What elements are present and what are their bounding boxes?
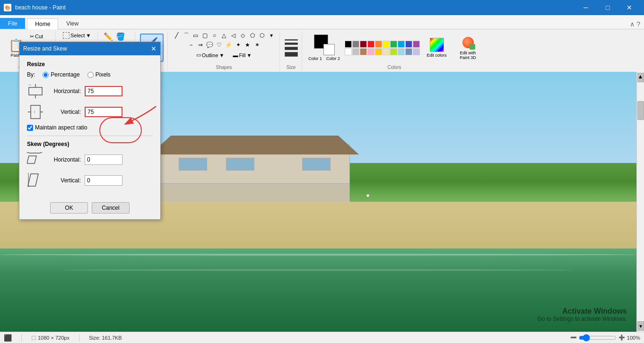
cp-yellow[interactable] [383, 41, 390, 48]
shape-tri[interactable]: △ [220, 31, 228, 40]
shape-roundrect[interactable]: ▢ [201, 31, 209, 40]
scroll-up-btn[interactable]: ▲ [637, 73, 644, 82]
fill-label: Fill [239, 52, 245, 58]
vertical-resize-input[interactable] [85, 107, 122, 117]
shape-star4[interactable]: ✦ [234, 41, 243, 49]
minimize-button[interactable]: ─ [575, 0, 597, 15]
shape-ellipse[interactable]: ○ [210, 31, 219, 40]
pixels-radio[interactable] [87, 72, 94, 78]
shape-more[interactable]: ▾ [267, 31, 276, 40]
horizontal-resize-input[interactable] [85, 86, 122, 96]
tab-home[interactable]: Home [27, 18, 58, 29]
cp-green[interactable] [390, 41, 397, 48]
dialog-close-button[interactable]: ✕ [151, 45, 157, 52]
edit-with-paint3d-button[interactable]: Edit with Paint 3D [454, 34, 482, 61]
edit-colors-button[interactable]: Edit colors [425, 36, 449, 59]
frame-icon: ⬛ [4, 334, 12, 342]
shapes-group: ╱ ⌒ ▭ ▢ ○ △ ◁ ◇ ⬠ ⬡ ▾ → ⇒ 💬 ♡ ⚡ ✦ ★ ✶ [169, 31, 280, 71]
scroll-down-btn[interactable]: ▼ [637, 321, 644, 331]
skew-section-title: Skew (Degrees) [27, 141, 153, 147]
shape-lightning[interactable]: ⚡ [225, 41, 233, 49]
shape-rtri[interactable]: ◁ [229, 31, 238, 40]
shape-arrow1[interactable]: → [187, 41, 195, 49]
svg-rect-0 [29, 87, 42, 95]
cp-pink[interactable] [367, 48, 374, 55]
pencil-tool[interactable]: ✏️ [103, 31, 114, 42]
cp-cream[interactable] [383, 48, 390, 55]
cp-purple[interactable] [413, 41, 420, 48]
percentage-radio[interactable] [43, 72, 49, 78]
by-row: By: Percentage Pixels [27, 71, 153, 78]
zoom-out-btn[interactable]: ➖ [570, 334, 577, 341]
close-button[interactable]: ✕ [618, 0, 640, 15]
skew-vertical-input[interactable] [85, 175, 122, 186]
size-4px[interactable] [285, 52, 298, 57]
size-1px[interactable] [285, 39, 298, 41]
shape-star5[interactable]: ★ [244, 41, 252, 49]
window-title: beach house - Paint [15, 4, 66, 11]
cp-gold[interactable] [375, 48, 382, 55]
cp-red[interactable] [367, 41, 374, 48]
cp-gray[interactable] [352, 41, 359, 48]
cp-ltblue[interactable] [398, 48, 405, 55]
maintain-aspect-label: Maintain aspect ratio [35, 124, 87, 131]
shape-penta[interactable]: ⬠ [248, 31, 257, 40]
skew-horizontal-input[interactable] [85, 154, 122, 165]
ribbon-expand-btn[interactable]: ∧ [630, 20, 635, 28]
shape-arrow2[interactable]: ⇒ [196, 41, 205, 49]
resize-skew-dialog: Resize and Skew ✕ Resize By: Percentage … [19, 42, 161, 220]
size-2px[interactable] [285, 43, 298, 45]
shape-hex[interactable]: ⬡ [258, 31, 266, 40]
colors-group: Color 1 Color 2 [303, 31, 486, 71]
cp-ltgray[interactable] [352, 48, 359, 55]
edit-colors-icon [430, 38, 444, 52]
cp-darkblue[interactable] [405, 41, 412, 48]
vertical-scrollbar[interactable]: ▲ ▼ [636, 72, 644, 332]
vertical-resize-icon: ↕ [27, 103, 44, 120]
cp-black[interactable] [345, 41, 352, 48]
file-size: Size: 161.7KB [89, 335, 122, 341]
cp-lime[interactable] [390, 48, 397, 55]
zoom-in-btn[interactable]: ➕ [618, 334, 625, 341]
cp-darkred[interactable] [360, 41, 367, 48]
svg-text:↔: ↔ [28, 83, 32, 87]
cp-brown[interactable] [360, 48, 367, 55]
shape-star6[interactable]: ✶ [253, 41, 261, 49]
cp-orange[interactable] [375, 41, 382, 48]
color-swatches[interactable] [314, 34, 335, 55]
shape-heart[interactable]: ♡ [215, 41, 224, 49]
tab-file[interactable]: File [0, 18, 25, 29]
shape-diamond[interactable]: ◇ [239, 31, 247, 40]
status-left: ⬛ [4, 334, 12, 342]
cp-white[interactable] [345, 48, 352, 55]
shape-curve[interactable]: ⌒ [182, 31, 191, 40]
tab-view[interactable]: View [58, 18, 87, 29]
maintain-aspect-row: Maintain aspect ratio [27, 124, 153, 131]
percentage-radio-label[interactable]: Percentage [43, 71, 79, 78]
horizontal-resize-icon: ↔ [27, 83, 44, 100]
shape-callout[interactable]: 💬 [206, 41, 214, 49]
shape-diag[interactable]: ╱ [173, 31, 181, 40]
pixels-radio-label[interactable]: Pixels [87, 71, 111, 78]
select-label: Select [70, 33, 85, 38]
outline-button[interactable]: ▭ Outline ▼ [194, 51, 227, 59]
zoom-slider[interactable] [579, 334, 617, 342]
cp-slateblue[interactable] [405, 48, 412, 55]
size-3px[interactable] [285, 47, 298, 50]
select-button[interactable]: Select ▼ [61, 31, 93, 40]
maintain-aspect-checkbox[interactable] [27, 125, 33, 131]
cut-button[interactable]: ✂ Cut [27, 33, 52, 41]
fill-tool[interactable]: 🪣 [115, 31, 126, 42]
horizontal-resize-row: ↔ Horizontal: [27, 83, 153, 100]
skew-vertical-label: Vertical: [48, 177, 81, 184]
cp-lavender[interactable] [413, 48, 420, 55]
fill-arrow: ▼ [246, 52, 252, 58]
shape-rect[interactable]: ▭ [191, 31, 200, 40]
ok-button[interactable]: OK [50, 202, 88, 214]
cp-blue[interactable] [398, 41, 405, 48]
scroll-thumb[interactable] [637, 101, 644, 120]
fill-button[interactable]: ▬ Fill ▼ [230, 51, 254, 59]
cancel-button[interactable]: Cancel [92, 202, 130, 214]
maximize-button[interactable]: □ [597, 0, 618, 15]
help-button[interactable]: ? [636, 20, 640, 28]
